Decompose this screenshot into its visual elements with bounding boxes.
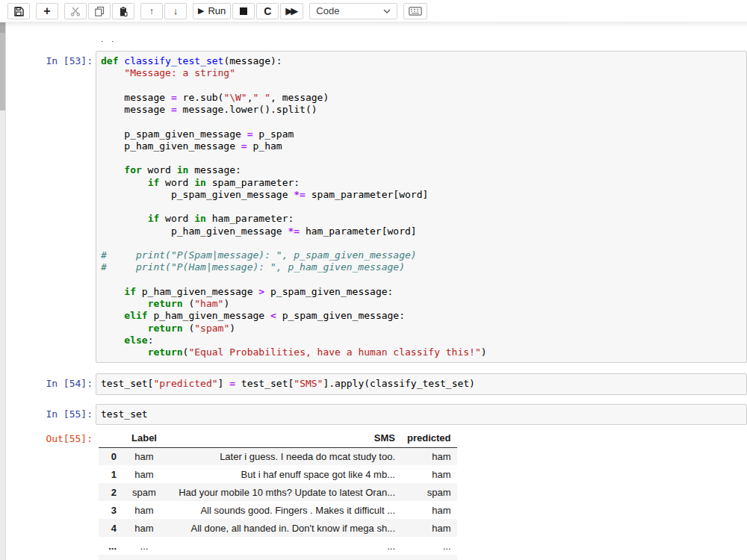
code-cell-55: In [55]: test_set [6, 404, 747, 425]
copy-cells-button[interactable] [88, 3, 111, 19]
row-index: 1 [99, 465, 123, 483]
dataframe-body: 0hamLater i guess. I needa do mcat study… [99, 447, 457, 560]
table-cell: ham [123, 501, 166, 519]
run-group: ▶ Run C ▶▶ [193, 3, 303, 19]
table-cell: Later i guess. I needa do mcat study too… [166, 447, 401, 465]
output-cell-55: Out[55]: LabelSMSpredicted 0hamLater i g… [6, 431, 747, 560]
arrow-up-icon: ↑ [149, 6, 155, 16]
save-group [7, 3, 30, 19]
previous-cell-output: (…) Label: Ham [97, 22, 747, 42]
code-input-area[interactable]: test_set["predicted"] = test_set["SMS"].… [96, 373, 747, 394]
cut-cells-button[interactable] [64, 3, 87, 19]
table-cell: ham [401, 501, 457, 519]
code-input-area[interactable]: test_set [96, 404, 747, 425]
column-header [99, 431, 123, 448]
table-row: 1hamBut i haf enuff space got like 4 mb.… [99, 465, 457, 483]
paste-cells-button[interactable] [112, 3, 134, 19]
column-header: Label [123, 431, 166, 448]
cell-type-selected-value: Code [316, 5, 339, 16]
scissors-icon [70, 6, 81, 16]
table-cell [401, 555, 457, 560]
scrollbar-thumb-cap [0, 22, 5, 33]
run-button[interactable]: ▶ Run [193, 3, 231, 19]
notebook-page: (…) Label: Ham In [53]: def classify_tes… [0, 22, 747, 560]
row-index [99, 555, 123, 560]
table-cell [123, 555, 166, 560]
clipboard-icon [118, 6, 128, 16]
scrollbar-track[interactable] [0, 22, 6, 560]
keyboard-icon [409, 7, 422, 16]
table-cell: Had your mobile 10 mths? Update to lates… [166, 483, 401, 501]
code-editor[interactable]: test_set["predicted"] = test_set["SMS"].… [101, 378, 742, 390]
code-input-area[interactable]: def classify_test_set(message): "Message… [96, 51, 747, 363]
table-cell: ham [401, 519, 457, 537]
code-editor[interactable]: def classify_test_set(message): "Message… [101, 55, 742, 358]
table-cell: ... [401, 537, 457, 555]
input-prompt: In [55]: [6, 404, 96, 425]
table-cell: ... [166, 537, 401, 555]
table-cell: ham [123, 465, 166, 483]
notebook-container: (…) Label: Ham In [53]: def classify_tes… [6, 22, 747, 560]
table-cell: But i haf enuff space got like 4 mb... [166, 465, 401, 483]
insert-group: + [36, 3, 58, 19]
copy-icon [94, 6, 105, 16]
move-group: ↑ ↓ [140, 3, 187, 19]
command-palette-button[interactable] [403, 3, 427, 19]
dataframe: LabelSMSpredicted 0hamLater i guess. I n… [99, 431, 457, 560]
output-prompt: Out[55]: [6, 431, 96, 560]
fast-forward-icon: ▶▶ [285, 6, 298, 16]
column-header: SMS [166, 431, 401, 448]
table-cell: All done, all handed in. Don't know if m… [166, 519, 401, 537]
table-row: 4hamAll done, all handed in. Don't know … [99, 519, 457, 537]
restart-run-all-button[interactable]: ▶▶ [280, 3, 303, 19]
chevron-down-icon [383, 9, 391, 13]
table-cell [166, 555, 401, 560]
table-cell: ham [123, 447, 166, 465]
table-row: 3hamAll sounds good. Fingers . Makes it … [99, 501, 457, 519]
scrollbar-thumb[interactable] [0, 22, 5, 111]
table-row: 2spamHad your mobile 10 mths? Update to … [99, 483, 457, 501]
edit-group [64, 3, 134, 19]
dataframe-output: LabelSMSpredicted 0hamLater i guess. I n… [96, 431, 747, 560]
run-button-label: Run [208, 5, 226, 16]
table-cell: spam [123, 483, 166, 501]
input-prompt: In [53]: [6, 51, 96, 363]
row-index: 3 [99, 501, 123, 519]
row-index: 0 [99, 447, 123, 465]
plus-icon: + [43, 5, 50, 17]
table-cell: ham [401, 465, 457, 483]
row-index: 4 [99, 519, 123, 537]
save-icon [13, 6, 24, 16]
code-cell-54: In [54]: test_set["predicted"] = test_se… [6, 373, 747, 394]
table-cell: ham [401, 447, 457, 465]
row-index: 2 [99, 483, 123, 501]
input-prompt: In [54]: [6, 373, 96, 394]
table-row: 0hamLater i guess. I needa do mcat study… [99, 447, 457, 465]
table-cell: ... [123, 537, 166, 555]
play-icon: ▶ [198, 7, 204, 15]
column-header: predicted [401, 431, 457, 448]
restart-icon: C [264, 5, 271, 17]
move-cell-down-button[interactable]: ↓ [164, 3, 187, 19]
move-cell-up-button[interactable]: ↑ [140, 3, 163, 19]
code-cell-53: In [53]: def classify_test_set(message):… [6, 51, 747, 363]
table-row: ............ [99, 537, 457, 555]
stop-icon [240, 7, 247, 15]
clipped-output-line: (…) [99, 40, 157, 43]
notebook-toolbar: + [0, 0, 747, 22]
table-row [99, 555, 457, 560]
save-button[interactable] [7, 3, 30, 19]
table-cell: spam [401, 483, 457, 501]
table-cell: ham [123, 519, 166, 537]
arrow-down-icon: ↓ [173, 6, 179, 16]
table-cell: All sounds good. Fingers . Makes it diff… [166, 501, 401, 519]
cell-type-select[interactable]: Code [309, 3, 397, 19]
add-cell-button[interactable]: + [36, 3, 58, 19]
row-index: ... [99, 537, 123, 555]
dataframe-head-row: LabelSMSpredicted [99, 431, 457, 448]
restart-kernel-button[interactable]: C [256, 3, 279, 19]
code-editor[interactable]: test_set [101, 408, 742, 420]
interrupt-kernel-button[interactable] [232, 3, 255, 19]
